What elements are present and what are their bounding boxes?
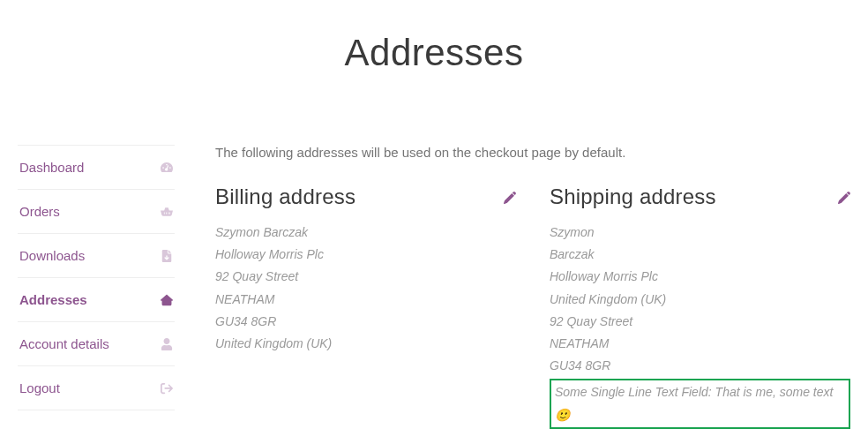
address-columns: Billing address Szymon Barczak Holloway … (215, 184, 850, 429)
sidebar-link-addresses[interactable]: Addresses (18, 278, 175, 321)
sidebar-label: Logout (19, 380, 60, 395)
main-content: The following addresses will be used on … (175, 145, 850, 429)
address-line: GU34 8GR (215, 311, 516, 333)
address-line: Holloway Morris Plc (550, 266, 850, 288)
edit-icon (504, 192, 516, 204)
shipping-column: Shipping address Szymon Barczak Holloway… (550, 184, 850, 429)
sidebar-label: Addresses (19, 292, 87, 307)
address-line: NEATHAM (550, 333, 850, 355)
user-icon (161, 338, 173, 350)
sidebar-label: Downloads (19, 248, 85, 263)
intro-text: The following addresses will be used on … (215, 145, 850, 160)
address-line: GU34 8GR (550, 355, 850, 377)
shipping-heading: Shipping address (550, 184, 716, 209)
logout-icon (161, 382, 173, 395)
edit-billing-button[interactable] (504, 192, 516, 204)
sidebar-item-orders: Orders (18, 189, 175, 233)
sidebar-label: Dashboard (19, 160, 84, 175)
sidebar-item-dashboard: Dashboard (18, 145, 175, 189)
address-line: United Kingdom (UK) (550, 289, 850, 311)
edit-shipping-button[interactable] (838, 192, 850, 204)
shipping-address: Szymon Barczak Holloway Morris Plc Unite… (550, 222, 850, 429)
sidebar-label: Account details (19, 336, 109, 351)
edit-icon (838, 192, 850, 204)
file-icon (161, 250, 173, 262)
custom-field-highlight: Some Single Line Text Field: That is me,… (550, 379, 850, 428)
address-line: 92 Quay Street (550, 311, 850, 333)
account-sidebar: Dashboard Orders Downloads (18, 145, 175, 429)
sidebar-item-account-details: Account details (18, 321, 175, 365)
sidebar-item-downloads: Downloads (18, 233, 175, 277)
address-line: Holloway Morris Plc (215, 244, 516, 266)
address-line: United Kingdom (UK) (215, 333, 516, 355)
address-line: Szymon Barczak (215, 222, 516, 244)
sidebar-link-orders[interactable]: Orders (18, 190, 175, 233)
sidebar-link-account-details[interactable]: Account details (18, 322, 175, 365)
home-icon (161, 294, 173, 306)
dashboard-icon (161, 162, 173, 174)
address-line: NEATHAM (215, 289, 516, 311)
billing-heading: Billing address (215, 184, 355, 209)
sidebar-item-addresses: Addresses (18, 277, 175, 321)
billing-address: Szymon Barczak Holloway Morris Plc 92 Qu… (215, 222, 516, 355)
address-line: Barczak (550, 244, 850, 266)
address-line: 92 Quay Street (215, 266, 516, 288)
page-title: Addresses (0, 32, 868, 74)
sidebar-link-logout[interactable]: Logout (18, 366, 175, 410)
sidebar-list: Dashboard Orders Downloads (18, 145, 175, 410)
sidebar-link-dashboard[interactable]: Dashboard (18, 146, 175, 189)
basket-icon (161, 206, 173, 218)
sidebar-label: Orders (19, 204, 60, 219)
billing-column: Billing address Szymon Barczak Holloway … (215, 184, 516, 429)
sidebar-item-logout: Logout (18, 365, 175, 410)
sidebar-link-downloads[interactable]: Downloads (18, 234, 175, 277)
address-line: Szymon (550, 222, 850, 244)
